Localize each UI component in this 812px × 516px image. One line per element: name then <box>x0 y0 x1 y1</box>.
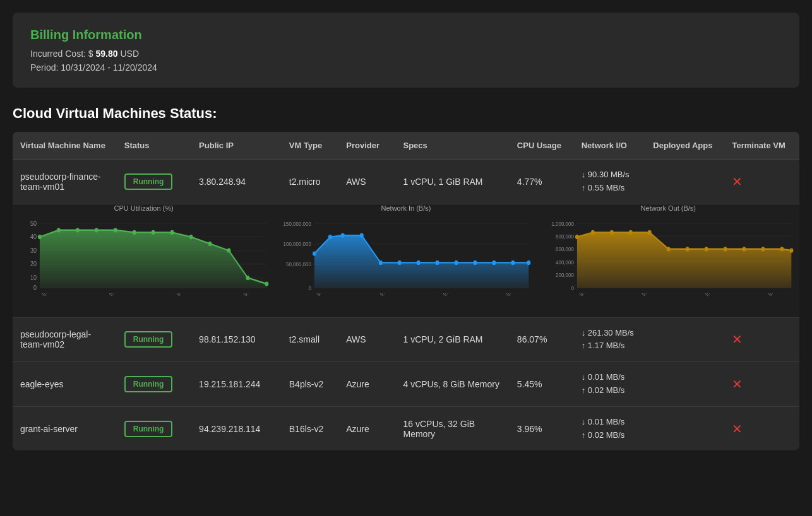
svg-point-38 <box>360 233 364 237</box>
cpu-usage-cell: 5.45% <box>510 362 574 407</box>
specs-cell: 4 vCPUs, 8 GiB Memory <box>396 362 510 407</box>
vm-type-cell: B16ls-v2 <box>282 406 338 450</box>
ip-cell: 3.80.248.94 <box>191 160 282 204</box>
period-label: Period: <box>30 62 58 73</box>
status-cell: Running <box>117 362 191 407</box>
svg-point-22 <box>208 241 212 245</box>
svg-text:30: 30 <box>30 247 37 254</box>
svg-point-40 <box>398 260 402 264</box>
terminate-button[interactable]: ✕ <box>732 174 743 189</box>
svg-text:600,000: 600,000 <box>556 245 574 252</box>
cpu-chart-wrap: CPU Utilization (%) <box>13 204 275 317</box>
terminate-button[interactable]: ✕ <box>732 421 743 437</box>
svg-point-21 <box>189 235 193 239</box>
svg-marker-12 <box>40 230 266 287</box>
net-out-chart-wrap: Network Out (B/s) <box>537 204 799 317</box>
svg-point-16 <box>95 228 99 232</box>
svg-point-42 <box>436 260 439 264</box>
svg-point-43 <box>455 260 458 264</box>
svg-point-45 <box>493 260 496 264</box>
net-down: ↓ 261.30 MB/s <box>582 327 638 340</box>
terminate-cell[interactable]: ✕ <box>724 160 799 204</box>
incurred-label: Incurred Cost: $ <box>30 49 93 59</box>
svg-text:0: 0 <box>571 284 574 291</box>
svg-text:20: 20 <box>30 260 37 267</box>
terminate-cell[interactable]: ✕ <box>724 406 799 450</box>
svg-point-18 <box>133 230 136 234</box>
svg-point-65 <box>647 230 651 234</box>
th-network-io: Network I/O <box>574 132 646 160</box>
net-up: ↑ 0.55 MB/s <box>582 182 638 195</box>
svg-text:0: 0 <box>309 284 312 291</box>
provider-cell: AWS <box>338 317 395 362</box>
svg-point-46 <box>511 260 515 264</box>
billing-cost: Incurred Cost: $ 59.80 USD <box>30 49 782 59</box>
svg-text:200,000: 200,000 <box>556 271 574 278</box>
specs-cell: 1 vCPU, 1 GiB RAM <box>396 160 510 204</box>
network-io-cell: ↓ 0.01 MB/s ↑ 0.02 MB/s <box>574 406 646 450</box>
provider-cell: AWS <box>338 160 395 204</box>
svg-point-66 <box>666 247 670 251</box>
svg-point-13 <box>38 235 42 239</box>
svg-text:400,000: 400,000 <box>556 259 574 266</box>
svg-text:50,000,000: 50,000,000 <box>286 261 311 267</box>
svg-point-61 <box>575 235 579 239</box>
svg-marker-34 <box>314 235 528 288</box>
deployed-apps-cell <box>645 160 724 204</box>
th-public-ip: Public IP <box>191 132 282 160</box>
network-io-cell: ↓ 90.30 MB/s ↑ 0.55 MB/s <box>574 160 646 204</box>
status-cell: Running <box>117 160 191 204</box>
billing-period: Period: 10/31/2024 - 11/20/2024 <box>30 62 782 73</box>
terminate-button[interactable]: ✕ <box>732 332 743 347</box>
svg-text:100,000,000: 100,000,000 <box>284 240 311 247</box>
vm-section-title: Cloud Virtual Machines Status: <box>13 105 799 122</box>
svg-point-36 <box>328 235 332 239</box>
specs-cell: 16 vCPUs, 32 GiB Memory <box>396 406 510 450</box>
cpu-usage-cell: 3.96% <box>510 406 574 450</box>
net-down: ↓ 0.01 MB/s <box>582 416 638 429</box>
status-cell: Running <box>117 317 191 362</box>
ip-cell: 94.239.218.114 <box>191 406 282 450</box>
terminate-cell[interactable]: ✕ <box>724 317 799 362</box>
net-down: ↓ 90.30 MB/s <box>582 168 638 182</box>
svg-text:150,000,000: 150,000,000 <box>284 220 311 226</box>
vm-name-cell: pseudocorp-legal-team-vm02 <box>13 317 117 362</box>
table-row: eagle-eyes Running 19.215.181.244 B4pls-… <box>13 362 799 407</box>
status-cell: Running <box>117 406 191 450</box>
status-badge: Running <box>124 173 173 190</box>
th-provider: Provider <box>338 132 395 160</box>
terminate-button[interactable]: ✕ <box>732 377 743 392</box>
svg-point-73 <box>789 248 793 252</box>
status-badge: Running <box>124 421 173 437</box>
svg-text:1,000,000: 1,000,000 <box>551 220 574 226</box>
table-row: pseudocorp-legal-team-vm02 Running 98.81… <box>13 317 799 362</box>
svg-point-37 <box>341 233 345 237</box>
svg-point-63 <box>609 230 613 234</box>
th-status: Status <box>117 132 191 160</box>
net-down: ↓ 0.01 MB/s <box>582 371 638 384</box>
vm-table: Virtual Machine Name Status Public IP VM… <box>13 132 799 450</box>
th-vm-name: Virtual Machine Name <box>13 132 117 160</box>
th-terminate-vm: Terminate VM <box>724 132 799 160</box>
svg-point-71 <box>761 247 765 251</box>
vm-type-cell: t2.micro <box>282 160 338 204</box>
vm-name-cell: grant-ai-server <box>13 406 117 450</box>
svg-point-68 <box>704 247 708 251</box>
cpu-usage-cell: 86.07% <box>510 317 574 362</box>
svg-text:0: 0 <box>33 283 37 291</box>
svg-point-14 <box>57 228 61 232</box>
terminate-cell[interactable]: ✕ <box>724 362 799 407</box>
th-cpu-usage: CPU Usage <box>510 132 574 160</box>
provider-cell: Azure <box>338 362 395 407</box>
th-specs: Specs <box>396 132 510 160</box>
charts-row: CPU Utilization (%) <box>13 204 799 317</box>
cost-value: 59.80 <box>96 49 118 59</box>
svg-text:10: 10 <box>30 274 37 281</box>
svg-point-24 <box>246 275 249 279</box>
cpu-usage-cell: 4.77% <box>510 160 574 204</box>
svg-text:40: 40 <box>30 233 37 240</box>
svg-text:800,000: 800,000 <box>556 233 574 240</box>
th-vm-type: VM Type <box>282 132 338 160</box>
network-io-cell: ↓ 261.30 MB/s ↑ 1.17 MB/s <box>574 317 646 362</box>
svg-point-62 <box>591 230 595 234</box>
